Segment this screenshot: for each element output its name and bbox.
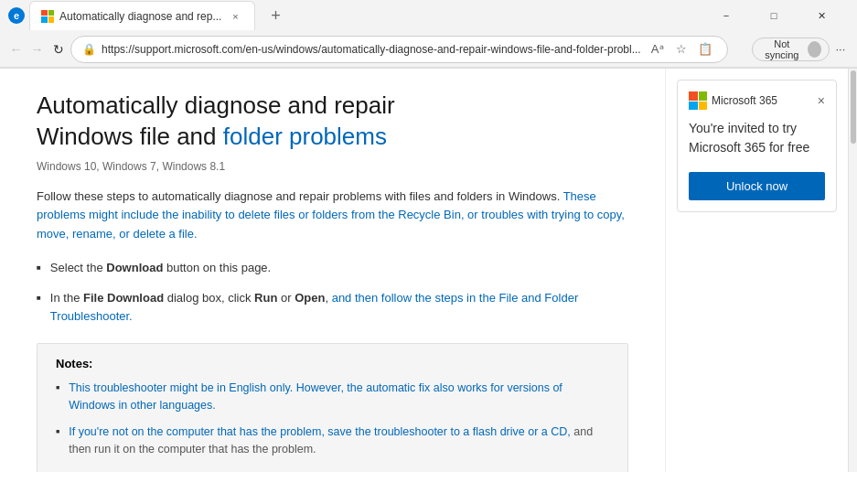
maximize-button[interactable]: □ (753, 2, 795, 29)
back-button[interactable]: ← (7, 35, 25, 64)
not-syncing-label: Not syncing (760, 38, 804, 60)
forward-button[interactable]: → (28, 35, 46, 64)
ms365-grid-icon (689, 91, 707, 110)
note-2: If you're not on the computer that has t… (56, 424, 609, 458)
notes-list: This troubleshooter might be in English … (56, 380, 609, 457)
note2-link[interactable]: If you're not on the computer that has t… (69, 425, 571, 438)
tab-title: Automatically diagnose and rep... (59, 10, 221, 23)
lock-icon: 🔒 (82, 43, 96, 56)
minimize-button[interactable]: − (705, 2, 747, 29)
notes-box: Notes: This troubleshooter might be in E… (37, 343, 628, 472)
title-bar: e Automatically diagnose and rep... × + … (0, 0, 857, 31)
browser-chrome: e Automatically diagnose and rep... × + … (0, 0, 857, 69)
avatar (808, 41, 821, 58)
refresh-button[interactable]: ↻ (49, 35, 67, 64)
account-button[interactable] (732, 38, 750, 60)
step-2: In the File Download dialog box, click R… (37, 289, 628, 325)
address-bar-icons: Aᵃ ☆ 📋 (647, 38, 716, 60)
read-aloud-button[interactable]: Aᵃ (647, 38, 669, 60)
not-syncing-button[interactable]: Not syncing (752, 38, 830, 61)
page-title: Automatically diagnose and repair Window… (37, 91, 628, 153)
scrollbar[interactable] (848, 69, 857, 472)
tab-favicon (41, 10, 54, 23)
svg-text:e: e (14, 10, 19, 21)
ms365-logo: Microsoft 365 (689, 91, 777, 110)
steps-list: Select the Download button on this page.… (37, 259, 628, 326)
ms365-header: Microsoft 365 × (689, 91, 825, 110)
window-controls: − □ ✕ (705, 2, 842, 29)
sidebar-panel: Microsoft 365 × You're invited to try Mi… (665, 69, 848, 472)
scrollbar-thumb[interactable] (851, 70, 856, 144)
more-button[interactable]: ··· (831, 38, 850, 60)
browser-toolbar: ← → ↻ 🔒 https://support.microsoft.com/en… (0, 31, 857, 68)
browser-tab[interactable]: Automatically diagnose and rep... × (29, 1, 255, 30)
browser-content: Automatically diagnose and repair Window… (0, 69, 857, 472)
intro-link[interactable]: These problems might include the inabili… (37, 189, 625, 241)
intro-text: Follow these steps to automatically diag… (37, 188, 628, 244)
new-tab-button[interactable]: + (262, 3, 288, 28)
step-1: Select the Download button on this page. (37, 259, 628, 277)
page-content: Automatically diagnose and repair Window… (0, 69, 665, 472)
address-bar[interactable]: 🔒 https://support.microsoft.com/en-us/wi… (70, 36, 728, 63)
ms365-description: You're invited to try Microsoft 365 for … (689, 119, 825, 157)
favorites-button[interactable]: ☆ (670, 38, 692, 60)
close-button[interactable]: ✕ (800, 2, 842, 29)
tab-close-button[interactable]: × (227, 8, 243, 25)
unlock-now-button[interactable]: Unlock now (689, 172, 825, 200)
ms365-logo-text: Microsoft 365 (712, 94, 777, 107)
notes-title: Notes: (56, 357, 609, 370)
note1-link[interactable]: This troubleshooter might be in English … (69, 381, 562, 412)
collections-button[interactable]: 📋 (694, 38, 716, 60)
note-1: This troubleshooter might be in English … (56, 380, 609, 414)
url-text: https://support.microsoft.com/en-us/wind… (102, 43, 641, 56)
ms365-widget: Microsoft 365 × You're invited to try Mi… (677, 80, 837, 212)
page-subtitle: Windows 10, Windows 7, Windows 8.1 (37, 160, 628, 173)
ms365-close-button[interactable]: × (818, 94, 825, 107)
toolbar-right: Not syncing ··· (732, 38, 850, 61)
